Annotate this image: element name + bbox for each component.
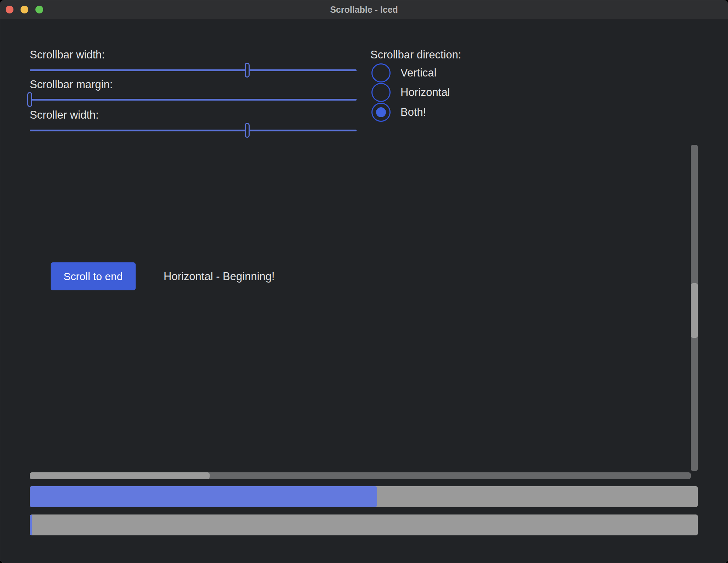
scroller-width-slider[interactable] — [30, 123, 357, 138]
radio-circle-icon — [371, 103, 391, 122]
slider-handle[interactable] — [27, 92, 32, 107]
slider-handle[interactable] — [245, 63, 250, 78]
titlebar: Scrollable - Iced — [0, 0, 728, 19]
progress-fill — [30, 486, 377, 507]
radio-label: Horizontal — [400, 86, 450, 99]
radio-label: Vertical — [400, 67, 437, 79]
radio-vertical[interactable]: Vertical — [371, 63, 437, 83]
horizontal-progress-bar — [30, 486, 698, 507]
app-window: Scrollable - Iced Scrollbar width: Scrol… — [0, 0, 728, 563]
scrollbar-direction-label: Scrollbar direction: — [370, 49, 461, 61]
scrollbar-width-slider[interactable] — [30, 63, 357, 78]
scrollbar-margin-slider[interactable] — [30, 92, 357, 107]
window-title: Scrollable - Iced — [0, 0, 728, 19]
scroll-status-text: Horizontal - Beginning! — [164, 270, 275, 283]
radio-dot-icon — [376, 107, 386, 117]
scroll-to-end-button[interactable]: Scroll to end — [51, 262, 136, 290]
slider-rail — [30, 69, 357, 71]
scrollbar-width-label: Scrollbar width: — [30, 49, 105, 61]
slider-rail — [30, 99, 357, 101]
radio-circle-icon — [371, 63, 391, 83]
vertical-progress-bar — [30, 514, 698, 535]
radio-circle-icon — [371, 83, 391, 102]
horizontal-scrollbar-track[interactable] — [30, 472, 691, 479]
scrollbar-margin-label: Scrollbar margin: — [30, 78, 113, 91]
radio-horizontal[interactable]: Horizontal — [371, 83, 450, 102]
vertical-scrollbar-thumb[interactable] — [691, 283, 698, 338]
progress-fill — [30, 514, 32, 535]
radio-label: Both! — [400, 106, 426, 119]
scroller-width-label: Scroller width: — [30, 109, 99, 121]
horizontal-scrollbar-thumb[interactable] — [30, 472, 210, 479]
slider-rail — [30, 130, 357, 131]
radio-both[interactable]: Both! — [371, 102, 426, 122]
vertical-scrollbar-track[interactable] — [691, 145, 698, 471]
slider-handle[interactable] — [245, 123, 250, 138]
